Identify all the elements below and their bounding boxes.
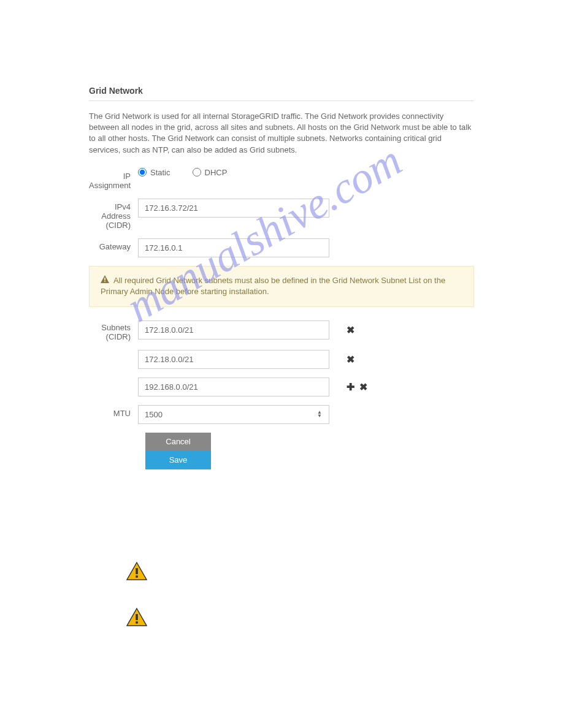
- subnet-input-1[interactable]: [138, 350, 329, 369]
- number-spinner-icon[interactable]: ▲▼: [317, 408, 326, 420]
- radio-dhcp[interactable]: DHCP: [193, 168, 228, 177]
- svg-rect-3: [136, 575, 138, 578]
- svg-rect-1: [104, 281, 105, 282]
- subnet-alert: All required Grid Network subnets must a…: [89, 266, 474, 307]
- section-description: The Grid Network is used for all interna…: [89, 111, 474, 156]
- svg-rect-2: [136, 568, 138, 574]
- mtu-row: MTU ▲▼: [89, 405, 474, 424]
- alert-text: All required Grid Network subnets must a…: [101, 276, 445, 297]
- subnet-row-2: ✚ ✖: [89, 377, 474, 396]
- svg-rect-5: [136, 621, 138, 624]
- add-subnet-icon[interactable]: ✚: [347, 381, 354, 393]
- ipv4-address-label: IPv4 Address (CIDR): [89, 199, 138, 230]
- subnet-input-2[interactable]: [138, 377, 329, 396]
- radio-static[interactable]: Static: [138, 168, 170, 177]
- large-warning-icon: [126, 607, 474, 629]
- ip-assignment-row: IP Assignment Static DHCP: [89, 168, 474, 190]
- ipv4-address-input[interactable]: [138, 199, 329, 218]
- remove-subnet-icon[interactable]: ✖: [347, 324, 354, 336]
- subnet-input-0[interactable]: [138, 320, 329, 339]
- ipv4-address-row: IPv4 Address (CIDR): [89, 199, 474, 230]
- subnet-row-0: Subnets (CIDR) ✖: [89, 319, 474, 341]
- subnets-label: Subnets (CIDR): [89, 319, 138, 341]
- remove-subnet-icon[interactable]: ✖: [347, 354, 354, 365]
- warning-icon: [101, 275, 109, 286]
- large-warning-icon: [126, 561, 474, 583]
- mtu-label: MTU: [89, 405, 138, 418]
- section-title: Grid Network: [89, 86, 474, 101]
- radio-static-input[interactable]: [138, 168, 147, 176]
- radio-static-label: Static: [150, 168, 170, 177]
- radio-dhcp-input[interactable]: [193, 168, 201, 176]
- mtu-input[interactable]: [138, 405, 329, 424]
- save-button[interactable]: Save: [145, 451, 211, 469]
- grid-network-form: Grid Network The Grid Network is used fo…: [0, 0, 563, 659]
- gateway-row: Gateway: [89, 238, 474, 257]
- cancel-button[interactable]: Cancel: [145, 433, 211, 451]
- svg-rect-0: [104, 278, 105, 281]
- gateway-input[interactable]: [138, 238, 329, 257]
- subnet-row-1: ✖: [89, 350, 474, 369]
- svg-rect-4: [136, 614, 138, 620]
- remove-subnet-icon[interactable]: ✖: [359, 381, 367, 393]
- ip-assignment-radio-group: Static DHCP: [138, 168, 227, 177]
- radio-dhcp-label: DHCP: [205, 168, 228, 177]
- gateway-label: Gateway: [89, 238, 138, 251]
- button-group: Cancel Save: [145, 433, 474, 469]
- ip-assignment-label: IP Assignment: [89, 168, 138, 190]
